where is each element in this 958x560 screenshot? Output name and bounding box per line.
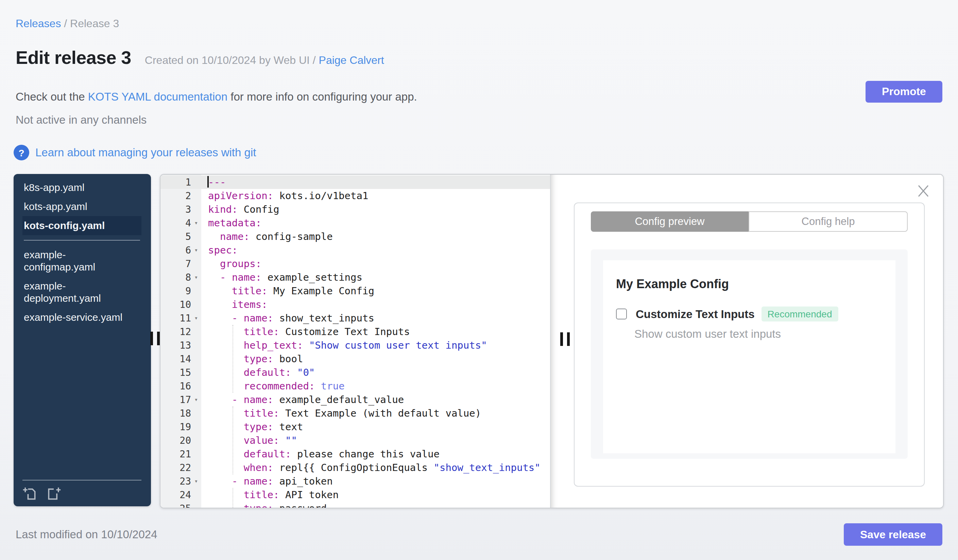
file-list-divider (24, 240, 140, 240)
code-line[interactable]: default: please change this value (201, 447, 550, 461)
line-number: 19 (160, 421, 191, 432)
code-area[interactable]: ---apiVersion: kots.io/v1beta1kind: Conf… (201, 176, 550, 508)
line-number: 10 (160, 299, 191, 310)
line-number: 16 (160, 381, 191, 391)
sidebar-resize-handle[interactable] (150, 332, 160, 345)
code-line[interactable]: help_text: "Show custom user text inputs… (201, 339, 550, 352)
code-line[interactable]: type: password (201, 501, 550, 508)
file-sidebar: k8s-app.yamlkots-app.yamlkots-config.yam… (14, 174, 151, 506)
close-icon[interactable] (916, 184, 931, 198)
tab-config-help[interactable]: Config help (749, 211, 908, 232)
config-preview-panel: Config previewConfig help My Example Con… (550, 175, 943, 508)
line-number: 24 (160, 489, 191, 500)
new-file-icon[interactable] (22, 487, 37, 501)
git-help-row[interactable]: ? Learn about managing your releases wit… (14, 145, 256, 160)
line-number: 8 (160, 272, 191, 283)
code-line[interactable]: kind: Config (201, 202, 550, 216)
preview-card: Config previewConfig help My Example Con… (574, 202, 925, 487)
breadcrumb-current: Release 3 (70, 18, 119, 29)
config-group-title: My Example Config (616, 277, 895, 291)
code-line[interactable]: title: My Example Config (201, 284, 550, 298)
code-line[interactable]: value: "" (201, 433, 550, 447)
fold-toggle-icon[interactable]: ▾ (191, 247, 201, 253)
yaml-editor[interactable]: 1234▾56▾78▾91011▾121314151617▾1819202122… (160, 175, 550, 508)
fold-toggle-icon[interactable]: ▾ (191, 274, 201, 281)
sidebar-file-item[interactable]: kots-app.yaml (22, 197, 141, 216)
fold-toggle-icon[interactable]: ▾ (191, 478, 201, 484)
code-line[interactable]: - name: api_token (201, 475, 550, 488)
code-line[interactable]: name: config-sample (201, 230, 550, 243)
line-number: 12 (160, 326, 191, 337)
breadcrumb-releases-link[interactable]: Releases (16, 18, 61, 29)
line-number: 2 (160, 190, 191, 201)
sidebar-file-item[interactable]: k8s-app.yaml (22, 178, 141, 197)
line-number: 18 (160, 408, 191, 419)
breadcrumb: Releases / Release 3 (16, 18, 119, 30)
code-line[interactable]: type: bool (201, 352, 550, 365)
doc-line: Check out the KOTS YAML documentation fo… (16, 90, 417, 103)
line-number: 1 (160, 177, 191, 188)
code-line[interactable]: - name: show_text_inputs (201, 311, 550, 325)
code-line[interactable]: groups: (201, 257, 550, 271)
code-line[interactable]: apiVersion: kots.io/v1beta1 (201, 189, 550, 202)
fold-toggle-icon[interactable]: ▾ (191, 220, 201, 226)
line-number: 3 (160, 204, 191, 215)
code-line[interactable]: type: text (201, 420, 550, 433)
code-line[interactable]: title: API token (201, 488, 550, 501)
page-title: Edit release 3 (16, 47, 131, 69)
file-list: k8s-app.yamlkots-app.yamlkots-config.yam… (22, 178, 141, 327)
line-number: 9 (160, 285, 191, 296)
fold-toggle-icon[interactable]: ▾ (191, 315, 201, 321)
config-checkbox[interactable] (616, 308, 627, 320)
fold-toggle-icon[interactable]: ▾ (191, 396, 201, 403)
release-editor-page: Releases / Release 3 Edit release 3 Crea… (0, 0, 958, 560)
promote-button[interactable]: Promote (866, 81, 942, 103)
git-releases-link[interactable]: Learn about managing your releases with … (35, 146, 256, 159)
created-text: Created on 10/10/2024 by Web UI / Paige … (145, 54, 384, 66)
config-item-row: Customize Text Inputs Recommended (616, 307, 895, 321)
sidebar-file-item[interactable]: kots-config.yaml (22, 216, 141, 235)
created-prefix: Created on 10/10/2024 by Web UI / (145, 54, 319, 66)
resize-bar (150, 332, 153, 345)
code-line[interactable]: title: Customize Text Inputs (201, 325, 550, 339)
save-release-button[interactable]: Save release (844, 523, 942, 546)
panel-resize-handle[interactable] (560, 332, 570, 346)
code-line[interactable]: when: repl{{ ConfigOptionEquals "show_te… (201, 461, 550, 475)
line-number: 7 (160, 258, 191, 269)
line-number: 20 (160, 435, 191, 446)
line-number: 17 (160, 394, 191, 405)
kots-yaml-doc-link[interactable]: KOTS YAML documentation (88, 90, 227, 103)
editor-preview-panes: 1234▾56▾78▾91011▾121314151617▾1819202122… (160, 174, 944, 508)
sidebar-file-item[interactable]: example- deployment.yaml (22, 277, 141, 308)
line-number: 4 (160, 217, 191, 228)
code-line[interactable]: --- (201, 176, 550, 189)
line-number: 21 (160, 449, 191, 459)
new-folder-icon[interactable] (46, 487, 61, 501)
last-modified-text: Last modified on 10/10/2024 (16, 528, 157, 541)
resize-bar (567, 332, 570, 346)
code-line[interactable]: recommended: true (201, 379, 550, 393)
sidebar-file-item[interactable]: example- configmap.yaml (22, 245, 141, 277)
resize-bar (157, 332, 160, 345)
line-number: 22 (160, 462, 191, 473)
tab-config-preview[interactable]: Config preview (591, 211, 749, 232)
sidebar-file-item[interactable]: example-service.yaml (22, 308, 141, 327)
line-number: 23 (160, 476, 191, 487)
line-number: 5 (160, 231, 191, 242)
code-line[interactable]: - name: example_settings (201, 271, 550, 284)
main-workspace: k8s-app.yamlkots-app.yamlkots-config.yam… (14, 174, 942, 508)
preview-body: My Example Config Customize Text Inputs … (591, 250, 908, 459)
doc-outro: for more info on configuring your app. (227, 90, 417, 103)
resize-bar (560, 332, 563, 346)
line-number: 13 (160, 340, 191, 351)
preview-tabs: Config previewConfig help (591, 211, 908, 232)
code-line[interactable]: metadata: (201, 216, 550, 230)
doc-intro: Check out the (16, 90, 88, 103)
author-link[interactable]: Paige Calvert (319, 54, 384, 66)
code-line[interactable]: default: "0" (201, 365, 550, 379)
code-line[interactable]: items: (201, 298, 550, 311)
sidebar-footer (22, 480, 141, 501)
code-line[interactable]: spec: (201, 243, 550, 257)
code-line[interactable]: - name: example_default_value (201, 393, 550, 407)
code-line[interactable]: title: Text Example (with default value) (201, 407, 550, 420)
